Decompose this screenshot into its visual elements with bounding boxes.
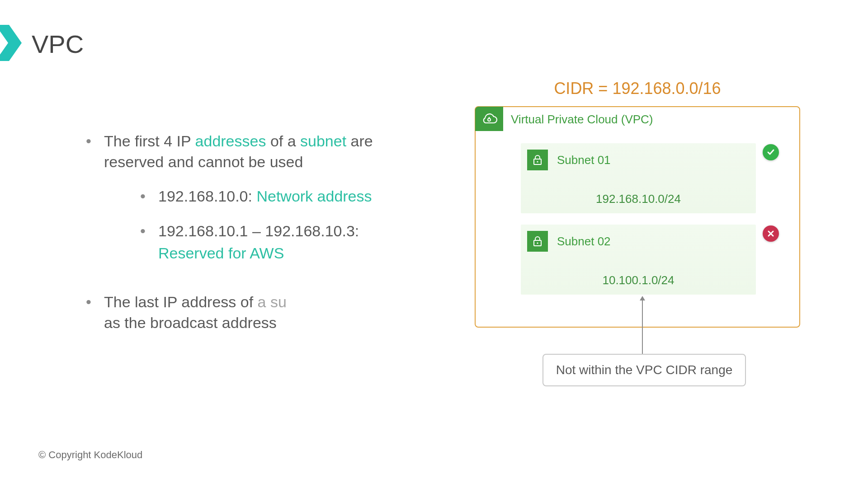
subnet2-ip: 10.100.1.0/24: [521, 273, 756, 287]
subnet-lock-icon: [527, 231, 548, 252]
subnet-lock-icon: [527, 150, 548, 170]
hl-subnet: subnet: [300, 132, 346, 150]
vpc-cloud-icon: [475, 107, 503, 131]
hl-network-address: Network address: [256, 188, 372, 205]
sub-network-addr: 192.168.10.0: Network address: [104, 185, 411, 207]
subnet-2: Subnet 02 10.100.1.0/24: [521, 225, 756, 295]
svg-marker-0: [0, 25, 22, 61]
text: The last IP address of: [104, 293, 258, 310]
text: The first 4 IP: [104, 132, 195, 150]
text: of a: [266, 132, 300, 150]
text: as the broadcast address: [104, 314, 277, 331]
check-icon: [763, 144, 779, 160]
sub-reserved-aws: 192.168.10.1 – 192.168.10.3: Reserved fo…: [104, 220, 411, 265]
hl-addresses: addresses: [195, 132, 266, 150]
page-title: VPC: [32, 29, 84, 59]
vpc-diagram: CIDR = 192.168.0.0/16 Virtual Private Cl…: [475, 106, 800, 328]
bullet-last-ip: The last IP address of a su as the broad…: [81, 292, 411, 333]
text: 192.168.10.1 – 192.168.10.3:: [158, 222, 359, 239]
arrow-icon: [642, 297, 643, 355]
copyright: © Copyright KodeKloud: [38, 449, 142, 461]
slide-root: VPC The first 4 IP addresses of a subnet…: [0, 0, 868, 488]
vpc-box: Virtual Private Cloud (VPC) Subnet 01 19…: [475, 106, 800, 328]
bullet-first4: The first 4 IP addresses of a subnet are…: [81, 131, 411, 265]
cidr-label: CIDR = 192.168.0.0/16: [475, 79, 800, 98]
hl-reserved-aws: Reserved for AWS: [158, 244, 284, 262]
subnet-1: Subnet 01 192.168.10.0/24: [521, 143, 756, 213]
text-faded: a su: [258, 293, 287, 310]
subnet1-ip: 192.168.10.0/24: [521, 192, 756, 206]
subnet1-name: Subnet 01: [557, 153, 611, 167]
svg-rect-2: [489, 117, 490, 119]
content-area: The first 4 IP addresses of a subnet are…: [81, 131, 411, 360]
vpc-label: Virtual Private Cloud (VPC): [511, 113, 653, 127]
svg-point-6: [537, 242, 538, 244]
subnet2-name: Subnet 02: [557, 235, 611, 249]
note-box: Not within the VPC CIDR range: [542, 354, 746, 386]
text: 192.168.10.0:: [158, 188, 256, 205]
svg-point-4: [537, 161, 538, 162]
cross-icon: [763, 225, 779, 242]
